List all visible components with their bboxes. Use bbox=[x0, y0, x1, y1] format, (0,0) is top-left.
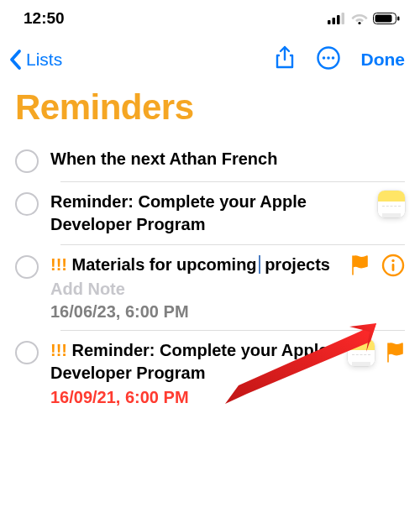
complete-toggle[interactable] bbox=[15, 255, 39, 279]
cellular-icon bbox=[328, 13, 346, 24]
flag-icon[interactable] bbox=[351, 255, 370, 275]
reminder-item[interactable]: !!! Reminder: Complete your Apple Develo… bbox=[15, 331, 405, 416]
complete-toggle[interactable] bbox=[15, 192, 39, 216]
reminder-title: Reminder: Complete your Apple Developer … bbox=[50, 191, 366, 236]
notes-attachment-icon[interactable] bbox=[348, 339, 375, 366]
battery-icon bbox=[373, 13, 400, 24]
page-title: Reminders bbox=[0, 82, 420, 139]
reminder-title: !!! Materials for upcoming projects bbox=[50, 254, 339, 276]
svg-rect-0 bbox=[328, 20, 331, 24]
status-icons bbox=[328, 13, 400, 24]
svg-point-13 bbox=[391, 259, 394, 262]
svg-point-9 bbox=[322, 56, 325, 60]
share-button[interactable] bbox=[274, 45, 296, 74]
svg-rect-14 bbox=[392, 264, 395, 271]
svg-point-10 bbox=[327, 56, 330, 60]
share-icon bbox=[274, 45, 296, 71]
reminder-date-overdue: 16/09/21, 6:00 PM bbox=[50, 388, 336, 407]
ellipsis-circle-icon bbox=[316, 45, 341, 71]
reminder-item[interactable]: Reminder: Complete your Apple Developer … bbox=[15, 182, 405, 244]
more-button[interactable] bbox=[316, 45, 341, 74]
reminder-title: !!! Reminder: Complete your Apple Develo… bbox=[50, 339, 336, 385]
priority-indicator: !!! bbox=[50, 255, 67, 274]
status-bar: 12:50 bbox=[0, 0, 420, 37]
flag-icon[interactable] bbox=[386, 343, 405, 363]
priority-indicator: !!! bbox=[50, 341, 67, 359]
reminder-item[interactable]: !!! Materials for upcoming projects Add … bbox=[15, 245, 405, 330]
wifi-icon bbox=[351, 13, 368, 24]
reminders-list: When the next Athan French Reminder: Com… bbox=[0, 139, 420, 416]
info-icon[interactable] bbox=[381, 254, 405, 277]
reminder-date: 16/06/23, 6:00 PM bbox=[50, 302, 339, 322]
reminder-item[interactable]: When the next Athan French bbox=[15, 139, 405, 181]
add-note-field[interactable]: Add Note bbox=[50, 280, 339, 299]
chevron-left-icon bbox=[8, 49, 24, 71]
svg-rect-7 bbox=[397, 17, 400, 21]
svg-point-4 bbox=[358, 22, 360, 24]
svg-point-11 bbox=[331, 56, 334, 60]
notes-attachment-icon[interactable] bbox=[378, 191, 405, 217]
complete-toggle[interactable] bbox=[15, 149, 39, 173]
status-time: 12:50 bbox=[24, 9, 65, 28]
nav-bar: Lists Done bbox=[0, 37, 420, 82]
svg-rect-2 bbox=[337, 15, 340, 24]
text-cursor bbox=[259, 255, 260, 274]
back-label: Lists bbox=[26, 50, 62, 70]
svg-rect-6 bbox=[375, 15, 392, 23]
back-button[interactable]: Lists bbox=[8, 49, 62, 71]
done-button[interactable]: Done bbox=[361, 50, 406, 70]
complete-toggle[interactable] bbox=[15, 341, 39, 364]
svg-rect-3 bbox=[342, 13, 345, 24]
reminder-title: When the next Athan French bbox=[50, 148, 405, 170]
svg-rect-1 bbox=[333, 18, 336, 24]
